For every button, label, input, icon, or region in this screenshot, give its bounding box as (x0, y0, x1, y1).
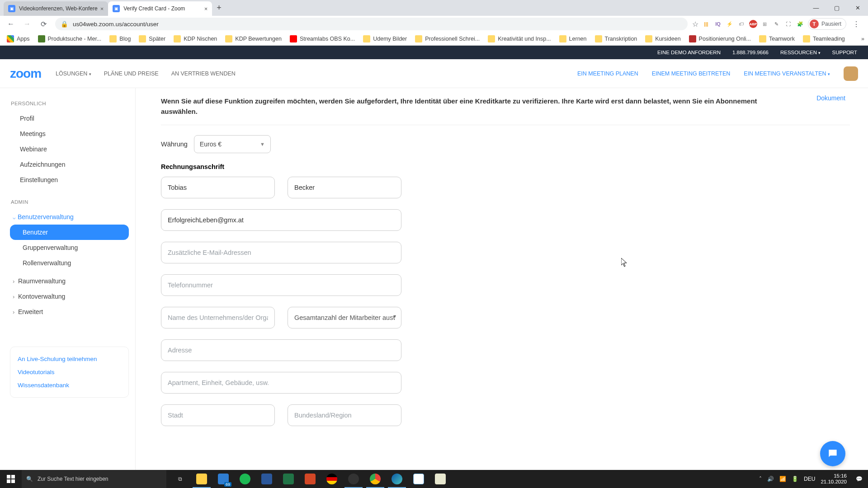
nav-schedule[interactable]: EIN MEETING PLANEN (577, 70, 638, 77)
currency-select[interactable]: Euros € ▼ (194, 135, 271, 153)
address-input[interactable] (161, 339, 401, 361)
sidebar-item-users[interactable]: Benutzer (10, 225, 129, 240)
sidebar-item-meetings[interactable]: Meetings (10, 126, 129, 141)
extra-email-input[interactable] (161, 242, 401, 263)
sidebar-item-profile[interactable]: Profil (10, 111, 129, 126)
bookmark[interactable]: Später (136, 35, 169, 42)
sidebar-item-account[interactable]: Kontoverwaltung (10, 289, 129, 304)
ext-abp-icon[interactable]: ABP (749, 20, 757, 28)
window-maximize[interactable]: ▢ (826, 1, 847, 15)
sidebar-link-training[interactable]: An Live-Schulung teilnehmen (18, 352, 121, 366)
sidebar-item-settings[interactable]: Einstellungen (10, 172, 129, 188)
nav-reload[interactable]: ⟳ (36, 17, 51, 31)
sidebar-item-roles[interactable]: Rollenverwaltung (10, 255, 129, 271)
close-icon[interactable]: × (100, 5, 104, 12)
email-input[interactable] (161, 209, 401, 231)
sidebar-item-advanced[interactable]: Erweitert (10, 304, 129, 319)
document-link[interactable]: Dokument (816, 94, 845, 102)
bookmark[interactable]: Positionierung Onli... (686, 35, 754, 42)
bookmark[interactable]: Blog (106, 35, 134, 42)
taskbar-app-powerpoint[interactable] (299, 470, 321, 488)
ext-icon[interactable]: ⛶ (784, 20, 793, 28)
url-field[interactable]: 🔒 us04web.zoom.us/account/user (55, 18, 688, 30)
ext-icon[interactable]: ✎ (773, 20, 781, 28)
bookmark[interactable]: Produktsuche - Mer... (35, 35, 105, 42)
ext-icon[interactable]: ||| (702, 20, 710, 28)
support-link[interactable]: SUPPORT (832, 50, 857, 55)
sidebar-link-videos[interactable]: Videotutorials (18, 366, 121, 379)
ext-icon[interactable]: ⊞ (761, 20, 769, 28)
bookmark-apps[interactable]: Apps (4, 35, 33, 42)
extensions-icon[interactable]: 🧩 (796, 20, 804, 28)
taskbar-app[interactable] (429, 470, 451, 488)
close-icon[interactable]: × (204, 5, 208, 12)
browser-tab-active[interactable]: ▣ Verify Credit Card - Zoom × (108, 1, 212, 16)
nav-host[interactable]: EIN MEETING VERANSTALTEN ▾ (744, 70, 830, 77)
employees-select[interactable]: Gesamtanzahl der Mitarbeiter auswählen (288, 307, 401, 328)
sidebar-item-webinars[interactable]: Webinare (10, 141, 129, 157)
tray-notifications-icon[interactable]: 💬 (856, 476, 865, 482)
zoom-logo[interactable]: zoom (10, 66, 41, 81)
bookmarks-overflow[interactable]: » (861, 36, 864, 42)
taskbar-app-excel[interactable] (278, 470, 299, 488)
bookmark[interactable]: Kreativität und Insp... (485, 35, 554, 42)
window-close[interactable]: ✕ (847, 1, 868, 15)
phone-link[interactable]: 1.888.799.9666 (732, 50, 769, 55)
demo-link[interactable]: EINE DEMO ANFORDERN (657, 50, 721, 55)
bookmark[interactable]: KDP Nischen (170, 35, 220, 42)
resources-dropdown[interactable]: RESSOURCEN (780, 50, 821, 55)
task-view-button[interactable]: ⧉ (169, 470, 191, 488)
tray-wifi-icon[interactable]: 📶 (779, 476, 786, 482)
phone-input[interactable] (161, 274, 401, 296)
window-minimize[interactable]: — (806, 1, 826, 15)
sidebar-item-recordings[interactable]: Aufzeichnungen (10, 157, 129, 172)
ext-iq-icon[interactable]: IQ (714, 20, 722, 28)
sidebar-item-groups[interactable]: Gruppenverwaltung (10, 240, 129, 255)
bookmark[interactable]: Professionell Schrei... (412, 35, 483, 42)
city-input[interactable] (161, 404, 275, 426)
bookmark[interactable]: Udemy Bilder (360, 35, 410, 42)
nav-back[interactable]: ← (4, 17, 18, 31)
taskbar-app[interactable] (321, 470, 343, 488)
tray-chevron-up-icon[interactable]: ˄ (759, 476, 762, 482)
sidebar-link-kb[interactable]: Wissensdatenbank (18, 379, 121, 392)
bookmark[interactable]: Transkription (592, 35, 641, 42)
tray-volume-icon[interactable]: 🔊 (767, 476, 774, 482)
bookmark[interactable]: KDP Bewertungen (222, 35, 285, 42)
taskbar-app-obs[interactable] (343, 470, 364, 488)
bookmark[interactable]: Kursideen (642, 35, 684, 42)
taskbar-app-word[interactable] (256, 470, 278, 488)
ext-icon[interactable]: ⚡ (726, 20, 734, 28)
bookmark[interactable]: Teamwork (756, 35, 798, 42)
nav-join[interactable]: EINEM MEETING BEITRETEN (652, 70, 731, 77)
taskbar-app-edge[interactable] (386, 470, 408, 488)
bookmark[interactable]: Lernen (556, 35, 590, 42)
sidebar-item-user-management[interactable]: Benutzerverwaltung (10, 209, 129, 225)
taskbar-app-spotify[interactable] (234, 470, 256, 488)
taskbar-app-notepad[interactable] (408, 470, 429, 488)
last-name-input[interactable] (288, 177, 401, 198)
region-input[interactable] (288, 404, 401, 426)
new-tab-button[interactable]: + (212, 3, 226, 13)
nav-solutions[interactable]: LÖSUNGEN ▾ (56, 70, 91, 77)
first-name-input[interactable] (161, 177, 275, 198)
start-button[interactable] (0, 470, 22, 488)
nav-plans[interactable]: PLÄNE UND PREISE (104, 70, 159, 77)
chat-button[interactable] (820, 441, 845, 466)
company-input[interactable] (161, 307, 275, 328)
taskbar-clock[interactable]: 15:16 21.10.2020 (821, 473, 850, 485)
bookmark[interactable]: Teamleading (800, 35, 848, 42)
apartment-input[interactable] (161, 372, 401, 394)
star-icon[interactable]: ☆ (692, 20, 698, 28)
bookmark[interactable]: Streamlabs OBS Ko... (287, 35, 358, 42)
menu-icon[interactable]: ⋮ (850, 20, 863, 28)
tray-language[interactable]: DEU (804, 476, 815, 482)
taskbar-search[interactable]: 🔍 Zur Suche Text hier eingeben (22, 470, 166, 488)
taskbar-app-explorer[interactable] (191, 470, 212, 488)
taskbar-app-chrome[interactable] (364, 470, 386, 488)
sidebar-item-room[interactable]: Raumverwaltung (10, 273, 129, 289)
taskbar-app-mail[interactable]: 69 (212, 470, 234, 488)
tray-battery-icon[interactable]: 🔋 (792, 476, 798, 482)
browser-tab[interactable]: ▣ Videokonferenzen, Web-Konfere × (4, 1, 108, 16)
ext-icon[interactable]: 🏷 (737, 20, 745, 28)
